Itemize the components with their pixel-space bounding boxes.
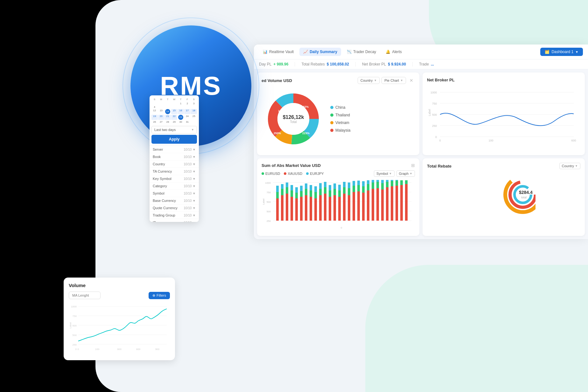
svg-rect-69 — [329, 190, 331, 197]
svg-rect-77 — [343, 194, 346, 221]
svg-text:250%: 250% — [274, 132, 281, 135]
svg-rect-52 — [300, 186, 303, 191]
filter-row-symbol[interactable]: Symbol10/10 ▼ — [150, 190, 199, 197]
svg-rect-47 — [295, 198, 298, 221]
symbol-select[interactable]: Symbol▼ — [374, 170, 395, 177]
filters-button[interactable]: ⊕ Filters — [149, 292, 170, 299]
traded-volume-card: ed Volume USD Country ▼ Pie Chart ▼ ✕ — [257, 72, 419, 155]
filter-row-book[interactable]: Book10/10 ▼ — [150, 153, 199, 161]
tab-trader[interactable]: 📉 Trader Decay — [343, 48, 380, 56]
tab-realtime[interactable]: 📊 Realtime Vault — [259, 48, 298, 56]
svg-text:Label: Label — [262, 198, 265, 205]
filter-row-quote-currency[interactable]: Quote Currency10/10 ▼ — [150, 204, 199, 212]
volume-title: Volume — [69, 283, 86, 288]
ma-length-input[interactable] — [69, 292, 101, 299]
stat-day-pl: Day PL + 989.96 — [259, 62, 295, 66]
filter-row-server[interactable]: Server10/10 ▼ — [150, 146, 199, 153]
close-volume-card[interactable]: ✕ — [408, 77, 415, 84]
svg-rect-98 — [376, 188, 379, 221]
filter-row-country[interactable]: Country10/10 ▼ — [150, 161, 199, 168]
svg-rect-67 — [324, 182, 326, 187]
svg-rect-108 — [391, 181, 393, 186]
svg-text:600: 600 — [571, 139, 576, 142]
svg-text:Label: Label — [69, 322, 72, 328]
svg-text:900: 900 — [155, 348, 160, 351]
svg-text:500: 500 — [432, 113, 437, 116]
svg-rect-65 — [324, 194, 326, 221]
apply-button[interactable]: Apply — [151, 135, 197, 144]
pie-chart-select[interactable]: Pie Chart ▼ — [382, 77, 406, 84]
svg-rect-37 — [276, 186, 279, 192]
svg-text:132%: 132% — [301, 105, 309, 108]
stat-broker-pl: Net Broker PL $ 9.924.00 — [356, 62, 413, 66]
country-select[interactable]: Country ▼ — [358, 77, 380, 84]
filter-row-category[interactable]: Category10/10 ▼ — [150, 182, 199, 190]
filter-row-ib[interactable]: IB10/10 ▼ — [150, 219, 199, 222]
svg-text:140%: 140% — [278, 109, 285, 113]
svg-rect-76 — [338, 185, 341, 190]
tab-alerts[interactable]: 🔔 Alerts — [382, 48, 406, 56]
svg-rect-70 — [329, 185, 331, 190]
svg-rect-111 — [396, 181, 398, 186]
svg-text:800: 800 — [136, 348, 141, 351]
svg-rect-51 — [300, 191, 303, 197]
svg-text:250: 250 — [432, 124, 437, 127]
graph-select[interactable]: Graph▼ — [396, 170, 415, 177]
svg-rect-81 — [348, 188, 350, 195]
svg-rect-59 — [314, 198, 317, 221]
svg-rect-62 — [319, 195, 322, 221]
svg-rect-68 — [329, 197, 331, 221]
calendar-day-14[interactable]: 14 — [165, 109, 170, 114]
svg-text:1000: 1000 — [430, 91, 437, 94]
svg-rect-42 — [286, 187, 288, 194]
svg-text:0: 0 — [75, 348, 77, 351]
tab-daily[interactable]: 📈 Daily Summary — [299, 48, 341, 56]
svg-text:500: 500 — [267, 201, 271, 203]
donut-chart: 140% 132% 223% 250% $126,12k Total — [262, 87, 325, 151]
svg-rect-79 — [343, 182, 346, 187]
svg-text:750: 750 — [432, 102, 437, 105]
svg-rect-38 — [281, 195, 284, 221]
filter-row-ta-currency[interactable]: TA Currency10/10 ▼ — [150, 168, 199, 175]
svg-rect-63 — [319, 189, 322, 195]
svg-rect-91 — [362, 181, 365, 186]
calendar-day-15[interactable]: 15 — [171, 109, 178, 114]
svg-rect-116 — [405, 180, 408, 184]
svg-rect-106 — [386, 180, 388, 182]
svg-rect-74 — [338, 197, 341, 221]
svg-rect-46 — [290, 185, 293, 190]
svg-rect-61 — [314, 186, 317, 192]
svg-rect-94 — [367, 180, 369, 184]
svg-rect-80 — [348, 195, 350, 221]
svg-rect-39 — [281, 189, 284, 195]
svg-rect-43 — [286, 182, 288, 187]
date-range-select[interactable]: Last two days ▼ — [151, 126, 197, 134]
calendar-day-17[interactable]: 17 — [184, 109, 191, 114]
svg-text:100: 100 — [95, 348, 100, 351]
sum-card: Sum of Abs Market Value USD ⊞ EURUSD XAU… — [257, 158, 419, 236]
filter-row-base-currency[interactable]: Base Currency10/10 ▼ — [150, 197, 199, 204]
svg-rect-104 — [386, 187, 388, 221]
calendar-day-18[interactable]: 18 — [191, 109, 197, 114]
svg-rect-44 — [290, 197, 293, 221]
dashboard-button[interactable]: 🗂️ Dashboard 1 ▼ — [540, 48, 583, 56]
net-broker-card: Net Broker PL 1000 750 500 250 0 — [423, 72, 585, 155]
sum-card-title: Sum of Abs Market Value USD — [262, 163, 321, 168]
country-rebates-select[interactable]: Country▼ — [559, 163, 580, 169]
stats-bar: Day PL + 989.96 Total Rebates $ 100,658.… — [254, 59, 588, 69]
svg-text:1000: 1000 — [265, 182, 271, 184]
svg-text:750: 750 — [267, 191, 271, 194]
svg-rect-53 — [305, 195, 307, 221]
filter-row-trading-group[interactable]: Trading Group10/10 ▼ — [150, 212, 199, 219]
svg-rect-110 — [396, 186, 398, 221]
expand-sum-card[interactable]: ⊞ — [411, 163, 415, 168]
svg-rect-45 — [290, 190, 293, 197]
svg-rect-84 — [353, 186, 355, 192]
svg-text:250: 250 — [267, 220, 271, 223]
svg-text:750: 750 — [73, 315, 77, 318]
calendar-day-16[interactable]: 16 — [178, 109, 184, 114]
filter-row-key-symbol[interactable]: Key Symbol10/10 ▼ — [150, 175, 199, 182]
svg-rect-73 — [333, 183, 336, 189]
svg-rect-115 — [405, 184, 408, 221]
svg-rect-99 — [376, 182, 379, 188]
